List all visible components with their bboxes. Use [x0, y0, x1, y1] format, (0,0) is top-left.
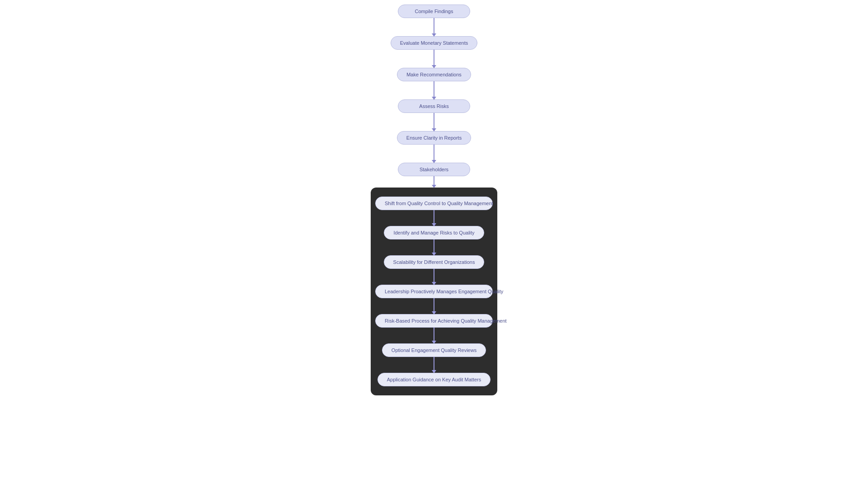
dark-connector-2 [434, 239, 434, 255]
node-application-guidance[interactable]: Application Guidance on Key Audit Matter… [377, 373, 491, 386]
node-scalability[interactable]: Scalability for Different Organizations [384, 255, 485, 269]
node-shift-quality[interactable]: Shift from Quality Control to Quality Ma… [375, 197, 493, 210]
connector-3 [434, 81, 434, 99]
dark-connector-5 [434, 328, 434, 343]
node-assess-risks[interactable]: Assess Risks [398, 99, 470, 113]
dark-connector-6 [434, 357, 434, 373]
dark-connector-4 [434, 298, 434, 314]
node-stakeholders[interactable]: Stakeholders [398, 163, 470, 176]
connector-5 [434, 145, 434, 163]
node-risk-based[interactable]: Risk-Based Process for Achieving Quality… [375, 314, 493, 328]
node-identify-risks[interactable]: Identify and Manage Risks to Quality [384, 226, 484, 239]
node-ensure-clarity[interactable]: Ensure Clarity in Reports [397, 131, 471, 145]
node-leadership[interactable]: Leadership Proactively Manages Engagemen… [375, 285, 493, 298]
node-make-recommendations[interactable]: Make Recommendations [397, 68, 471, 81]
connector-1 [434, 18, 434, 36]
dark-connector-1 [434, 210, 434, 226]
node-evaluate-monetary[interactable]: Evaluate Monetary Statements [391, 36, 477, 50]
node-compile-findings[interactable]: Compile Findings [398, 5, 470, 18]
flowchart-container: Compile Findings Evaluate Monetary State… [321, 0, 547, 395]
node-optional-reviews[interactable]: Optional Engagement Quality Reviews [382, 343, 486, 357]
connector-4 [434, 113, 434, 131]
connector-to-dark [434, 176, 434, 188]
dark-panel: Shift from Quality Control to Quality Ma… [371, 188, 497, 395]
dark-connector-3 [434, 269, 434, 285]
connector-2 [434, 50, 434, 68]
